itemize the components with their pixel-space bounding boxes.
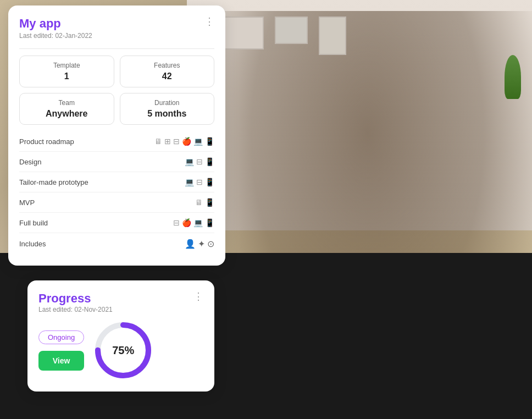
tablet-icon: ⊟ xyxy=(196,178,203,186)
feature-name: Full build xyxy=(19,219,48,227)
phone-icon: 📱 xyxy=(205,218,214,227)
progress-title-group: Progress Last edited: 02-Nov-2021 xyxy=(38,291,113,313)
includes-label: Includes xyxy=(19,240,46,248)
laptop-icon: 💻 xyxy=(193,137,203,146)
stat-features-value: 42 xyxy=(128,71,207,81)
progress-subtitle: Last edited: 02-Nov-2021 xyxy=(38,306,113,313)
progress-card: Progress Last edited: 02-Nov-2021 ⋮ Ongo… xyxy=(27,280,214,392)
progress-percentage: 75% xyxy=(112,344,134,357)
feature-name: Product roadmap xyxy=(19,137,74,146)
feature-icons: ⊟ 🍎 💻 📱 xyxy=(173,218,214,227)
feature-icons: 💻 ⊟ 📱 xyxy=(185,178,214,186)
stat-team-label: Team xyxy=(27,99,106,107)
grid-icon: ⊞ xyxy=(164,137,171,146)
laptop-icon: 💻 xyxy=(185,157,194,166)
android-icon: ⊟ xyxy=(173,218,180,227)
stat-duration-label: Duration xyxy=(128,99,207,107)
stats-grid: Template 1 Features 42 Team Anywhere Dur… xyxy=(19,56,214,125)
progress-header: Progress Last edited: 02-Nov-2021 ⋮ xyxy=(38,291,203,313)
stat-features-label: Features xyxy=(128,62,207,69)
stat-features: Features 42 xyxy=(120,56,215,87)
feature-name: MVP xyxy=(19,199,35,207)
stat-template: Template 1 xyxy=(19,56,114,87)
feature-full-build: Full build ⊟ 🍎 💻 📱 xyxy=(19,213,214,233)
includes-icons: 👤 ✦ ⊙ xyxy=(185,239,214,249)
feature-icons: 💻 ⊟ 📱 xyxy=(185,157,214,166)
apple-icon: 🍎 xyxy=(182,218,191,227)
progress-title: Progress xyxy=(38,291,113,306)
app-card: My app Last edited: 02-Jan-2022 ⋮ Templa… xyxy=(8,5,225,266)
person-icon: 👤 xyxy=(185,239,196,249)
app-subtitle: Last edited: 02-Jan-2022 xyxy=(19,32,92,40)
features-list: Product roadmap 🖥 ⊞ ⊟ 🍎 💻 📱 Design 💻 ⊟ 📱… xyxy=(19,131,214,233)
apple-icon: 🍎 xyxy=(182,137,191,146)
phone-icon: 📱 xyxy=(205,137,214,146)
feature-design: Design 💻 ⊟ 📱 xyxy=(19,152,214,172)
app-card-divider xyxy=(19,48,214,49)
stat-team-value: Anywhere xyxy=(27,109,106,119)
progress-body: Ongoing View 75% xyxy=(38,320,203,381)
progress-circle: 75% xyxy=(93,320,153,381)
phone-icon: 📱 xyxy=(205,178,214,186)
plus-icon: ✦ xyxy=(198,239,205,249)
monitor-icon: 🖥 xyxy=(154,137,162,146)
stat-template-label: Template xyxy=(27,62,106,69)
stat-team: Team Anywhere xyxy=(19,93,114,125)
phone-icon: 📱 xyxy=(205,198,214,207)
progress-left: Ongoing View xyxy=(38,330,84,371)
feature-prototype: Tailor-made prototype 💻 ⊟ 📱 xyxy=(19,172,214,192)
feature-mvp: MVP 🖥 📱 xyxy=(19,192,214,213)
app-card-title-group: My app Last edited: 02-Jan-2022 xyxy=(19,16,92,40)
circle-icon: ⊙ xyxy=(207,239,214,249)
feature-icons: 🖥 ⊞ ⊟ 🍎 💻 📱 xyxy=(154,137,214,146)
view-button[interactable]: View xyxy=(38,351,84,371)
includes-row: Includes 👤 ✦ ⊙ xyxy=(19,233,214,255)
laptop-icon: 💻 xyxy=(185,178,194,186)
table-icon: ⊟ xyxy=(173,137,180,146)
laptop-icon: 💻 xyxy=(193,218,203,227)
feature-product-roadmap: Product roadmap 🖥 ⊞ ⊟ 🍎 💻 📱 xyxy=(19,131,214,152)
feature-icons: 🖥 📱 xyxy=(195,198,214,207)
app-title: My app xyxy=(19,16,92,31)
status-badge: Ongoing xyxy=(38,330,84,344)
progress-more-menu[interactable]: ⋮ xyxy=(193,291,203,301)
stat-template-value: 1 xyxy=(27,71,106,81)
tablet-icon: ⊟ xyxy=(196,157,203,166)
phone-icon: 📱 xyxy=(205,157,214,166)
stat-duration: Duration 5 months xyxy=(120,93,215,125)
app-card-header: My app Last edited: 02-Jan-2022 ⋮ xyxy=(19,16,214,40)
feature-name: Design xyxy=(19,158,41,166)
app-more-menu[interactable]: ⋮ xyxy=(204,16,214,26)
stat-duration-value: 5 months xyxy=(128,109,207,119)
feature-name: Tailor-made prototype xyxy=(19,178,88,186)
monitor-icon: 🖥 xyxy=(195,198,203,207)
